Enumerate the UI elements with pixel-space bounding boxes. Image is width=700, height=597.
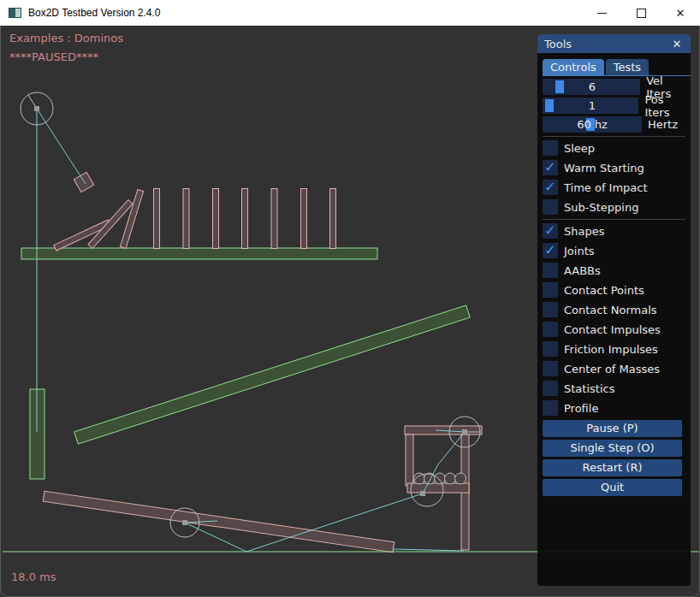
minimize-icon bbox=[597, 13, 607, 14]
checkbox-time-of-impact[interactable]: ✓Time of Impact bbox=[543, 180, 691, 195]
checkbox-box-warm-starting: ✓ bbox=[543, 160, 558, 175]
checkbox-label-statistics: Statistics bbox=[564, 382, 614, 395]
checkbox-box-joints: ✓ bbox=[543, 243, 558, 258]
checkbox-sleep[interactable]: Sleep bbox=[543, 140, 691, 156]
ball bbox=[445, 473, 456, 484]
minimize-button[interactable] bbox=[582, 0, 621, 26]
checkbox-label-sleep: Sleep bbox=[564, 142, 595, 155]
slider-vel-iters[interactable]: 6 bbox=[543, 79, 640, 95]
checkbox-label-contact-impulses: Contact Impulses bbox=[564, 323, 661, 336]
domino bbox=[183, 189, 189, 249]
sliders-container: 6Vel Iters1Pos Iters60 hzHertz bbox=[543, 79, 691, 133]
tab-controls[interactable]: Controls bbox=[543, 59, 604, 75]
domino bbox=[301, 189, 307, 249]
checkbox-contact-points[interactable]: Contact Points bbox=[543, 282, 691, 298]
joint-anchor bbox=[34, 106, 39, 111]
domino bbox=[242, 189, 248, 249]
checkbox-box-shapes: ✓ bbox=[543, 223, 558, 239]
domino bbox=[271, 189, 277, 249]
buttons-container: Pause (P)Single Step (O)Restart (R)Quit bbox=[543, 420, 691, 496]
checkbox-shapes[interactable]: ✓Shapes bbox=[543, 223, 691, 239]
tools-panel-titlebar[interactable]: Tools ✕ bbox=[537, 34, 691, 53]
maximize-icon bbox=[637, 9, 646, 18]
close-button[interactable]: ✕ bbox=[661, 0, 700, 26]
checkbox-box-sub-stepping bbox=[543, 199, 558, 215]
joint-line bbox=[393, 549, 464, 551]
checkbox-label-friction-impulses: Friction Impulses bbox=[564, 343, 658, 356]
checkbox-label-shapes: Shapes bbox=[564, 225, 604, 238]
joint-anchor bbox=[462, 429, 467, 434]
joint-anchor bbox=[182, 520, 187, 525]
slider-row-pos-iters: 1Pos Iters bbox=[543, 98, 691, 114]
quit-button[interactable]: Quit bbox=[543, 479, 682, 496]
checkbox-box-contact-points bbox=[543, 282, 558, 298]
checkbox-box-sleep bbox=[543, 140, 558, 156]
checkmark-icon: ✓ bbox=[544, 224, 555, 238]
checkbox-box-contact-normals bbox=[543, 302, 558, 317]
separator bbox=[543, 219, 685, 220]
checkbox-warm-starting[interactable]: ✓Warm Starting bbox=[543, 160, 691, 175]
domino bbox=[330, 189, 336, 249]
app-icon bbox=[9, 8, 21, 18]
checkbox-box-profile bbox=[543, 400, 558, 416]
checkbox-profile[interactable]: Profile bbox=[543, 400, 691, 416]
checkbox-sub-stepping[interactable]: Sub-Stepping bbox=[543, 199, 691, 215]
checkboxes-container: Sleep✓Warm Starting✓Time of ImpactSub-St… bbox=[543, 140, 691, 416]
slider-value-vel-iters: 6 bbox=[543, 79, 642, 95]
domino-leaning bbox=[120, 190, 143, 249]
checkmark-icon: ✓ bbox=[544, 180, 555, 194]
checkbox-center-of-masses[interactable]: Center of Masses bbox=[543, 361, 691, 376]
maximize-button[interactable] bbox=[621, 0, 661, 26]
domino-shelf bbox=[21, 248, 377, 259]
joint-line bbox=[37, 109, 86, 184]
table-top-bar bbox=[405, 426, 482, 434]
checkbox-box-time-of-impact: ✓ bbox=[543, 180, 558, 195]
checkbox-label-warm-starting: Warm Starting bbox=[564, 162, 644, 174]
green-ramp bbox=[74, 305, 471, 444]
checkbox-label-joints: Joints bbox=[564, 245, 595, 257]
joint-anchor bbox=[420, 491, 425, 496]
slider-value-hertz: 60 hz bbox=[543, 116, 642, 133]
checkbox-statistics[interactable]: Statistics bbox=[543, 381, 691, 396]
restart-r-button[interactable]: Restart (R) bbox=[543, 459, 682, 476]
slider-label-pos-iters: Pos Iters bbox=[644, 93, 691, 119]
checkbox-label-sub-stepping: Sub-Stepping bbox=[564, 201, 638, 214]
checkbox-contact-impulses[interactable]: Contact Impulses bbox=[543, 322, 691, 337]
close-icon: ✕ bbox=[676, 8, 685, 19]
slider-pos-iters[interactable]: 1 bbox=[543, 98, 638, 114]
single-step-o-button[interactable]: Single Step (O) bbox=[543, 440, 682, 457]
checkbox-label-contact-normals: Contact Normals bbox=[564, 304, 657, 316]
tools-panel-title: Tools bbox=[544, 38, 670, 50]
checkbox-friction-impulses[interactable]: Friction Impulses bbox=[543, 341, 691, 357]
checkbox-box-contact-impulses bbox=[543, 322, 558, 337]
checkbox-aabbs[interactable]: AABBs bbox=[543, 263, 691, 278]
checkbox-box-statistics bbox=[543, 381, 558, 396]
window-title: Box2D Testbed Version 2.4.0 bbox=[28, 7, 161, 19]
example-label: Examples : Dominos bbox=[9, 32, 123, 44]
panel-body: 6Vel Iters1Pos Iters60 hzHertz Sleep✓War… bbox=[537, 76, 691, 496]
checkbox-label-profile: Profile bbox=[564, 402, 598, 415]
checkbox-contact-normals[interactable]: Contact Normals bbox=[543, 302, 691, 317]
checkbox-joints[interactable]: ✓Joints bbox=[543, 243, 691, 258]
seesaw-plank bbox=[43, 491, 394, 552]
checkmark-icon: ✓ bbox=[544, 161, 555, 174]
panel-close-icon[interactable]: ✕ bbox=[670, 38, 684, 50]
checkbox-box-aabbs bbox=[543, 263, 558, 278]
slider-hertz[interactable]: 60 hz bbox=[543, 116, 642, 133]
paused-label: ****PAUSED**** bbox=[9, 50, 98, 63]
ball bbox=[424, 473, 436, 484]
separator bbox=[543, 136, 685, 137]
tools-panel: Tools ✕ ControlsTests 6Vel Iters1Pos Ite… bbox=[537, 34, 691, 586]
checkbox-label-time-of-impact: Time of Impact bbox=[564, 181, 648, 194]
pendulum-box bbox=[74, 172, 93, 192]
pause-p-button[interactable]: Pause (P) bbox=[543, 420, 682, 437]
slider-value-pos-iters: 1 bbox=[543, 98, 642, 114]
slider-label-hertz: Hertz bbox=[648, 118, 678, 131]
ball bbox=[455, 473, 466, 484]
slider-row-hertz: 60 hzHertz bbox=[543, 116, 691, 133]
checkmark-icon: ✓ bbox=[544, 244, 555, 257]
checkbox-label-aabbs: AABBs bbox=[564, 264, 601, 277]
window-titlebar[interactable]: Box2D Testbed Version 2.4.0 ✕ bbox=[0, 0, 700, 26]
tab-tests[interactable]: Tests bbox=[606, 59, 649, 75]
table-left-post bbox=[406, 434, 413, 486]
